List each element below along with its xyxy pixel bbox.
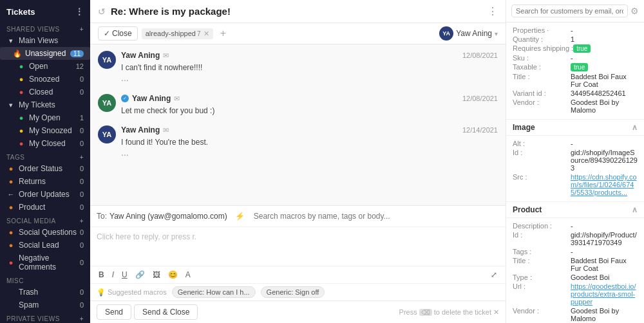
product-section-props: Description : - Id : gid://shopify/Produ…: [506, 218, 644, 323]
add-tag-button[interactable]: +: [217, 27, 230, 40]
assignee-avatar: YA: [439, 26, 453, 41]
close-label: Close: [112, 29, 132, 38]
message-2-sender: Yaw Aning: [132, 94, 171, 103]
message-3-avatar: YA: [98, 125, 116, 143]
macro-chip-2[interactable]: Generic: Sign off: [261, 286, 325, 298]
order-status-icon: ●: [6, 164, 15, 173]
social-questions-label: Social Questions: [19, 228, 78, 237]
underline-button[interactable]: U: [118, 269, 131, 281]
sidebar-item-my-open[interactable]: ● My Open 1: [0, 111, 90, 124]
italic-button[interactable]: I: [109, 269, 117, 281]
message-3-sender: Yaw Aning: [121, 125, 160, 134]
product-tags-row: Tags : -: [513, 248, 638, 255]
settings-icon[interactable]: ⚙: [630, 6, 639, 16]
spam-label: Spam: [19, 300, 78, 309]
tag-remove-icon[interactable]: ✕: [204, 30, 209, 38]
sidebar-item-order-updates[interactable]: ← Order Updates 0: [0, 188, 90, 201]
sidebar-item-trash[interactable]: Trash 0: [0, 286, 90, 299]
send-info-press: Press: [399, 308, 417, 316]
sidebar-item-unassigned[interactable]: 🔥 Unassigned 11: [0, 47, 90, 60]
ticket-more-menu-icon[interactable]: ⋮: [488, 5, 498, 17]
ticket-toolbar: ✓ Close already-shipped 7 ✕ + YA Yaw Ani…: [90, 23, 506, 44]
prop-row-sku: Sku : -: [513, 54, 638, 62]
image-button[interactable]: 🖼: [149, 269, 164, 281]
product-section-toggle-icon: ∧: [632, 205, 638, 214]
title-value: Baddest Boi Faux Fur Coat: [571, 73, 638, 88]
refresh-icon[interactable]: ↺: [98, 6, 106, 17]
send-close-button[interactable]: Send & Close: [134, 304, 198, 320]
add-private-view-icon[interactable]: +: [80, 315, 84, 322]
sidebar-menu-icon[interactable]: ⋮: [75, 6, 84, 17]
image-src-value[interactable]: https://cdn.shopify.com/s/files/1/0246/6…: [571, 173, 638, 196]
product-vendor-label: Vendor :: [513, 307, 571, 315]
order-status-label: Order Status: [19, 164, 78, 173]
sidebar-item-open[interactable]: ● Open 12: [0, 60, 90, 73]
variant-id-label: Variant id :: [513, 89, 571, 97]
sidebar-item-negative-comments[interactable]: ● Negative Comments 0: [0, 252, 90, 273]
assignee-name: Yaw Aning: [456, 29, 492, 38]
messages-area: YA Yaw Aning ✉ 12/08/2021 I can't find i…: [90, 44, 506, 205]
bold-button[interactable]: B: [95, 269, 108, 281]
message-3-more[interactable]: ···: [121, 149, 498, 160]
send-button[interactable]: Send: [97, 304, 131, 320]
prop-row-vendor: Vendor : Goodest Boi by Malomo: [513, 98, 638, 114]
sidebar-item-closed[interactable]: ● Closed 0: [0, 86, 90, 98]
agent-indicator-icon: ✓: [121, 95, 129, 102]
misc-section-label: Misc: [0, 273, 90, 286]
product-url-value[interactable]: https://goodestboi.io/products/extra-smo…: [571, 282, 638, 306]
sidebar-item-my-closed[interactable]: ● My Closed 0: [0, 137, 90, 150]
message-2-header: ✓ Yaw Aning ✉ 12/08/2021: [121, 94, 498, 103]
variant-id-value: 34495448252461: [571, 89, 626, 97]
customer-search-input[interactable]: [511, 5, 628, 17]
open-label: Open: [29, 62, 74, 71]
sidebar-item-product[interactable]: ● Product 0: [0, 201, 90, 214]
order-updates-icon: ←: [6, 190, 15, 199]
tag-badge[interactable]: already-shipped 7 ✕: [142, 28, 213, 39]
link-button[interactable]: 🔗: [132, 269, 148, 281]
my-open-label: My Open: [29, 113, 78, 122]
message-1-more[interactable]: ···: [121, 75, 498, 85]
product-vendor-value: Goodest Boi by Malomo: [571, 307, 638, 322]
taxable-value: true: [571, 63, 588, 71]
sidebar-item-social-questions[interactable]: ● Social Questions 0: [0, 226, 90, 239]
snoozed-count: 0: [80, 75, 84, 83]
sidebar-item-my-tickets[interactable]: ▾ My Tickets: [0, 98, 90, 111]
product-section-header[interactable]: Product ∧: [506, 201, 644, 218]
sidebar-item-main-views[interactable]: ▾ Main Views: [0, 34, 90, 47]
product-desc-label: Description :: [513, 222, 571, 230]
image-section-header[interactable]: Image ∧: [506, 119, 644, 136]
product-title-label: Title :: [513, 257, 571, 264]
sidebar-item-snoozed[interactable]: ● Snoozed 0: [0, 73, 90, 86]
product-desc-value: -: [571, 222, 573, 230]
social-questions-count: 0: [80, 228, 84, 236]
delete-key-badge: ⌫: [419, 309, 432, 316]
sidebar-item-order-status[interactable]: ● Order Status 0: [0, 162, 90, 175]
prop-row-taxable: Taxable : true: [513, 63, 638, 71]
sidebar-item-my-snoozed[interactable]: ● My Snoozed 0: [0, 124, 90, 137]
snoozed-icon: ●: [17, 75, 26, 84]
sidebar-item-social-lead[interactable]: ● Social Lead 0: [0, 239, 90, 252]
order-status-count: 0: [80, 165, 84, 172]
quantity-value: 1: [571, 35, 574, 43]
reply-editor[interactable]: Click here to reply, or press r.: [90, 227, 506, 266]
my-tickets-label: My Tickets: [19, 100, 84, 109]
macro-chip-1[interactable]: Generic: How can I h...: [172, 286, 256, 298]
returns-label: Returns: [19, 177, 78, 186]
expand-button[interactable]: ⤢: [488, 269, 500, 281]
add-shared-view-icon[interactable]: +: [80, 26, 84, 33]
sidebar-item-spam[interactable]: Spam 0: [0, 299, 90, 311]
sidebar-header: Tickets ⋮: [0, 0, 90, 22]
add-tag-icon[interactable]: +: [80, 154, 84, 161]
close-button[interactable]: ✓ Close: [98, 26, 138, 41]
message-3-body: I found it! You're the best.: [121, 136, 498, 148]
assignee-chevron-icon[interactable]: ▾: [495, 30, 498, 37]
image-section-toggle-icon: ∧: [632, 123, 638, 132]
macro-search-input[interactable]: [247, 209, 499, 223]
message-3: YA Yaw Aning ✉ 12/14/2021 I found it! Yo…: [98, 125, 498, 160]
chevron-icon: ▾: [6, 36, 15, 45]
format-button[interactable]: A: [182, 269, 194, 281]
add-social-icon[interactable]: +: [80, 217, 84, 225]
unassigned-icon: 🔥: [13, 49, 22, 58]
sidebar-item-returns[interactable]: ● Returns 0: [0, 175, 90, 188]
emoji-button[interactable]: 😊: [165, 269, 181, 281]
